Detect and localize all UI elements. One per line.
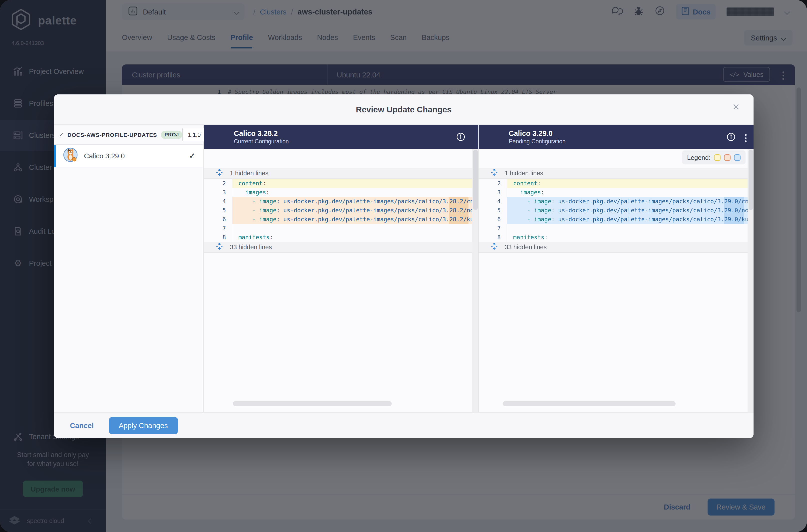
pack-name: Calico 3.29.0 — [84, 152, 125, 160]
diff-line: 2 content: — [204, 179, 478, 188]
line-content: content: — [507, 179, 753, 188]
modal-body: DOCS-AWS-PROFILE-UPDATES PROJ 1.1.0 — [54, 125, 753, 412]
cancel-button[interactable]: Cancel — [67, 421, 97, 430]
diff-line: 5 - image: us-docker.pkg.dev/palette-ima… — [479, 206, 753, 215]
line-number: 3 — [204, 188, 232, 197]
diff-line: 6 - image: us-docker.pkg.dev/palette-ima… — [204, 215, 478, 224]
diff-line: 4 - image: us-docker.pkg.dev/palette-ima… — [204, 197, 478, 206]
modal-title: Review Update Changes — [356, 104, 451, 114]
pack-list-item-calico[interactable]: Calico 3.29.0 ✓ — [54, 145, 203, 167]
diff-line: 5 - image: us-docker.pkg.dev/palette-ima… — [204, 206, 478, 215]
diff-pane-pending: Calico 3.29.0 Pending Configuration Lege… — [479, 125, 753, 412]
line-number: 2 — [204, 179, 232, 188]
horizontal-scrollbar[interactable] — [503, 401, 676, 406]
line-number: 7 — [204, 224, 232, 233]
diff-line: 7 — [479, 224, 753, 233]
line-content: - image: us-docker.pkg.dev/palette-image… — [232, 206, 478, 215]
legend-label: Legend: — [687, 154, 711, 161]
diff-line: 3 images: — [204, 188, 478, 197]
profile-name: DOCS-AWS-PROFILE-UPDATES — [68, 132, 157, 138]
horizontal-scrollbar[interactable] — [233, 401, 392, 406]
diff-line: 4 - image: us-docker.pkg.dev/palette-ima… — [479, 197, 753, 206]
line-content: - image: us-docker.pkg.dev/palette-image… — [232, 197, 478, 206]
chevron-down-icon — [60, 133, 63, 136]
close-icon[interactable]: × — [730, 100, 743, 113]
line-number: 4 — [479, 197, 507, 206]
pane-title: Calico 3.29.0 — [509, 129, 753, 137]
diff-line: 8 manifests: — [204, 233, 478, 242]
modal-header: Review Update Changes × — [54, 94, 753, 125]
review-update-changes-modal: Review Update Changes × DOCS-AWS-PROFILE… — [54, 94, 753, 438]
line-number: 2 — [479, 179, 507, 188]
pending-pane-header: Calico 3.29.0 Pending Configuration — [479, 125, 753, 149]
check-icon: ✓ — [189, 151, 195, 160]
pending-config-editor[interactable]: 1 hidden lines 2 content: 3 images: 4 - … — [479, 149, 753, 412]
line-content: images: — [507, 188, 753, 197]
modal-footer: Cancel Apply Changes — [54, 412, 753, 438]
line-content: - image: us-docker.pkg.dev/palette-image… — [507, 197, 753, 206]
info-icon[interactable] — [727, 132, 735, 144]
diff-line: 3 images: — [479, 188, 753, 197]
diff-pane-current: Calico 3.28.2 Current Configuration 1 hi… — [204, 125, 479, 412]
diff-line: 8 manifests: — [479, 233, 753, 242]
diff-line: 7 — [204, 224, 478, 233]
hidden-lines-top[interactable]: 1 hidden lines — [204, 168, 478, 179]
vertical-scrollbar[interactable] — [472, 149, 478, 412]
screen: palette 4.6.0-241203 Project Overview Pr… — [0, 0, 807, 532]
line-number: 6 — [479, 215, 507, 224]
kebab-menu-icon[interactable] — [745, 134, 747, 142]
pane-subtitle: Current Configuration — [234, 138, 478, 144]
line-number: 8 — [204, 233, 232, 242]
line-content: - image: us-docker.pkg.dev/palette-image… — [232, 215, 478, 224]
line-content — [232, 224, 478, 233]
diff-line: 2 content: — [479, 179, 753, 188]
diff-legend: Legend: — [682, 150, 746, 164]
line-content — [507, 224, 753, 233]
unfold-icon[interactable] — [491, 169, 498, 178]
line-content: images: — [232, 188, 478, 197]
profile-header[interactable]: DOCS-AWS-PROFILE-UPDATES PROJ 1.1.0 — [54, 125, 203, 145]
pane-title: Calico 3.28.2 — [234, 129, 478, 137]
current-pane-header: Calico 3.28.2 Current Configuration — [204, 125, 478, 149]
hidden-lines-bottom[interactable]: 33 hidden lines — [204, 242, 478, 253]
apply-changes-button[interactable]: Apply Changes — [109, 417, 178, 434]
legend-swatch-added — [734, 154, 740, 160]
calico-pack-logo-icon — [63, 147, 78, 164]
line-content: - image: us-docker.pkg.dev/palette-image… — [507, 206, 753, 215]
line-content: content: — [232, 179, 478, 188]
hidden-lines-bottom[interactable]: 33 hidden lines — [479, 242, 753, 253]
current-config-editor[interactable]: 1 hidden lines 2 content: 3 images: 4 - … — [204, 149, 478, 412]
legend-swatch-modified — [714, 154, 720, 160]
unfold-icon[interactable] — [216, 243, 223, 251]
line-number: 5 — [204, 206, 232, 215]
line-number: 6 — [204, 215, 232, 224]
line-content: manifests: — [232, 233, 478, 242]
legend-swatch-removed — [724, 154, 731, 160]
line-content: manifests: — [507, 233, 753, 242]
line-number: 7 — [479, 224, 507, 233]
pane-subtitle: Pending Configuration — [509, 138, 753, 144]
scope-badge: PROJ — [161, 131, 183, 139]
line-content: - image: us-docker.pkg.dev/palette-image… — [507, 215, 753, 224]
profile-pack-list: DOCS-AWS-PROFILE-UPDATES PROJ 1.1.0 — [54, 125, 204, 412]
unfold-icon[interactable] — [491, 243, 498, 251]
hidden-lines-top[interactable]: 1 hidden lines — [479, 168, 753, 179]
line-number: 8 — [479, 233, 507, 242]
line-number: 5 — [479, 206, 507, 215]
unfold-icon[interactable] — [216, 169, 223, 178]
line-number: 3 — [479, 188, 507, 197]
profile-version-select[interactable]: 1.1.0 — [182, 128, 206, 141]
info-icon[interactable] — [456, 132, 465, 144]
diff-line: 6 - image: us-docker.pkg.dev/palette-ima… — [479, 215, 753, 224]
vertical-scrollbar[interactable] — [748, 149, 753, 412]
line-number: 4 — [204, 197, 232, 206]
